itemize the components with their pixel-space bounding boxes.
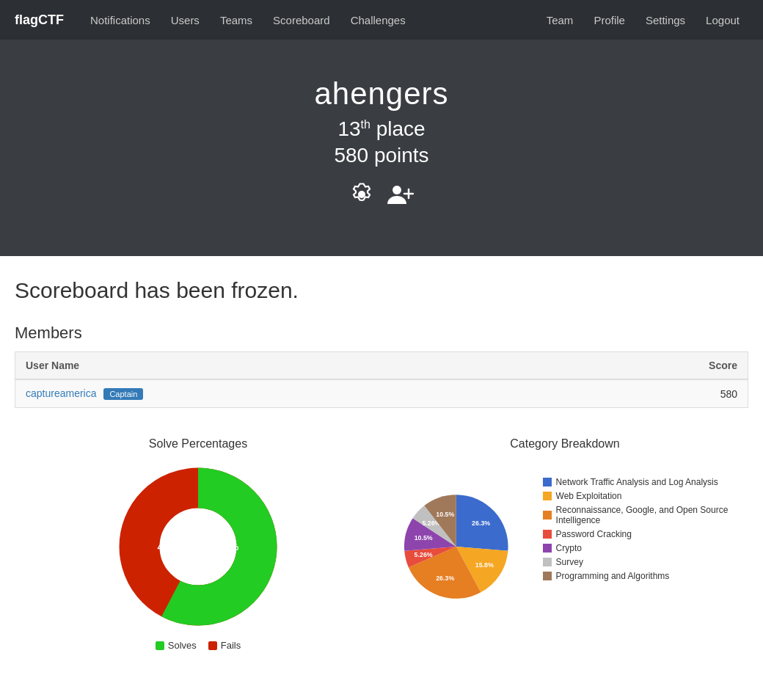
nav-settings[interactable]: Settings [637,10,694,31]
svg-text:42.4%: 42.4% [158,542,185,553]
charts-section: Solve Percentages 42.4% 57.6% [15,437,748,651]
members-table-header: User Name Score [15,352,748,380]
navbar-left: flagCTF Notifications Users Teams Scoreb… [15,10,415,31]
nav-scoreboard[interactable]: Scoreboard [264,10,339,31]
team-name: ahengers [15,76,748,112]
fails-label: Fails [221,640,241,651]
pie-legend-dot [543,530,552,539]
svg-point-1 [393,186,401,194]
members-table-body: captureamerica Captain 580 [15,379,748,408]
points-label: points [374,144,429,167]
hero-section: ahengers 13th place 580 points [0,40,763,256]
pie-label: 10.5% [415,534,433,542]
pie-svg: 26.3%15.8%26.3%5.26%10.5%5.26%10.5% [382,462,531,631]
pie-legend-item: Reconnaissance, Google, and Open Source … [543,505,748,525]
invite-user-icon[interactable] [386,182,414,212]
pie-legend: Network Traffic Analysis and Log Analysi… [543,477,748,585]
team-place: 13th place [15,117,748,141]
team-points: 580 points [15,144,748,167]
category-chart-title: Category Breakdown [382,437,748,451]
member-score-cell: 580 [555,379,748,408]
pie-legend-item: Survey [543,557,748,567]
solve-chart-title: Solve Percentages [15,437,382,451]
pie-legend-dot [543,572,552,580]
legend-fails: Fails [208,640,241,651]
members-header-row: User Name Score [15,352,748,380]
nav-teams[interactable]: Teams [211,10,261,31]
svg-point-0 [358,191,365,198]
col-score: Score [555,352,748,380]
category-chart-container: Category Breakdown 26.3%15.8%26.3%5.26%1… [382,437,748,651]
main-content: Scoreboard has been frozen. Members User… [0,256,763,666]
solves-dot [156,641,164,650]
place-label: place [376,117,426,140]
pie-legend-label: Crypto [556,543,582,553]
legend-solves: Solves [156,640,197,651]
pie-legend-item: Web Exploitation [543,491,748,501]
navbar: flagCTF Notifications Users Teams Scoreb… [0,0,763,40]
pie-legend-dot [543,478,552,486]
pie-legend-label: Network Traffic Analysis and Log Analysi… [556,477,718,487]
donut-svg: 42.4% 57.6% [114,462,282,631]
navbar-right: Team Profile Settings Logout [538,10,748,31]
member-username-link[interactable]: captureamerica [26,387,97,399]
pie-legend-dot [543,544,552,553]
pie-legend-dot [543,511,552,519]
fails-dot [208,641,217,650]
points-value: 580 [334,144,368,167]
pie-label: 26.3% [436,575,454,582]
members-title: Members [15,324,748,343]
captain-badge: Captain [103,388,143,400]
pie-label: 5.26% [415,551,433,558]
nav-logout[interactable]: Logout [697,10,748,31]
solve-chart-container: Solve Percentages 42.4% 57.6% [15,437,382,651]
pie-legend-label: Password Cracking [556,529,632,539]
hero-action-icons [15,182,748,212]
settings-icon[interactable] [349,182,374,212]
col-username: User Name [15,352,555,380]
pie-legend-dot [543,492,552,500]
brand-link[interactable]: flagCTF [15,12,64,28]
table-row: captureamerica Captain 580 [15,379,748,408]
nav-team[interactable]: Team [538,10,583,31]
place-suffix: th [361,118,370,131]
members-table: User Name Score captureamerica Captain 5… [15,351,748,408]
svg-text:57.6%: 57.6% [212,542,239,553]
place-number: 13 [337,117,360,140]
members-section: Members User Name Score captureamerica C… [15,324,748,408]
pie-legend-label: Programming and Algorithms [556,571,670,581]
donut-legend: Solves Fails [156,640,241,651]
pie-legend-label: Survey [556,557,583,567]
pie-legend-dot [543,558,552,566]
pie-legend-label: Reconnaissance, Google, and Open Source … [556,505,748,525]
solves-label: Solves [168,640,197,651]
pie-legend-item: Programming and Algorithms [543,571,748,581]
pie-label: 26.3% [472,519,490,527]
frozen-message: Scoreboard has been frozen. [15,278,748,303]
donut-wrap: 42.4% 57.6% Solves Fails [15,462,382,651]
nav-challenges[interactable]: Challenges [342,10,415,31]
pie-legend-label: Web Exploitation [556,491,622,501]
pie-wrap: 26.3%15.8%26.3%5.26%10.5%5.26%10.5% Netw… [382,462,748,631]
pie-legend-item: Crypto [543,543,748,553]
member-username-cell: captureamerica Captain [15,379,555,408]
pie-legend-item: Password Cracking [543,529,748,539]
nav-users[interactable]: Users [162,10,208,31]
nav-notifications[interactable]: Notifications [81,10,159,31]
pie-legend-item: Network Traffic Analysis and Log Analysi… [543,477,748,487]
nav-profile[interactable]: Profile [585,10,634,31]
pie-label: 15.8% [475,561,494,569]
pie-label: 10.5% [436,511,454,518]
